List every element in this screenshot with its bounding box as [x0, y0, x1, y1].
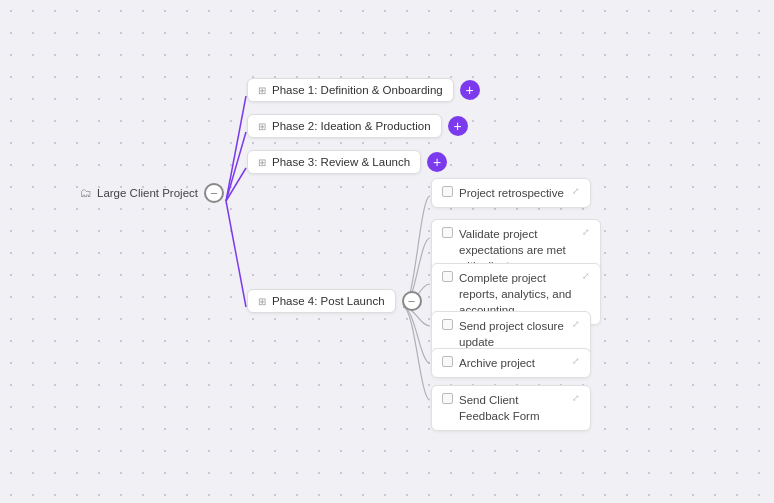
task-checkbox-t4[interactable] — [442, 319, 453, 330]
svg-line-2 — [226, 168, 246, 201]
phase3-box[interactable]: ⊞ Phase 3: Review & Launch — [247, 150, 421, 174]
task-label-t6: Send Client Feedback Form — [459, 392, 566, 424]
grid-icon: ⊞ — [258, 296, 266, 307]
task-label-t4: Send project closure update — [459, 318, 566, 350]
task-checkbox-t3[interactable] — [442, 271, 453, 282]
phase2-add-btn[interactable]: + — [448, 116, 468, 136]
task-box-t1[interactable]: Project retrospective ⤢ — [431, 178, 591, 208]
expand-icon-t2[interactable]: ⤢ — [582, 227, 590, 237]
task-node-t6: Send Client Feedback Form ⤢ — [431, 385, 591, 431]
expand-icon-t3[interactable]: ⤢ — [582, 271, 590, 281]
phase4-collapse-btn[interactable]: − — [402, 291, 422, 311]
expand-icon-t5[interactable]: ⤢ — [572, 356, 580, 366]
task-label-t5: Archive project — [459, 355, 566, 371]
expand-icon-t4[interactable]: ⤢ — [572, 319, 580, 329]
task-label-t1: Project retrospective — [459, 185, 566, 201]
task-checkbox-t2[interactable] — [442, 227, 453, 238]
task-box-t6[interactable]: Send Client Feedback Form ⤢ — [431, 385, 591, 431]
grid-icon: ⊞ — [258, 157, 266, 168]
phase1-box[interactable]: ⊞ Phase 1: Definition & Onboarding — [247, 78, 454, 102]
task-checkbox-t5[interactable] — [442, 356, 453, 367]
phase2-box[interactable]: ⊞ Phase 2: Ideation & Production — [247, 114, 442, 138]
phase4-label: Phase 4: Post Launch — [272, 295, 385, 307]
expand-icon-t1[interactable]: ⤢ — [572, 186, 580, 196]
root-collapse-btn[interactable]: − — [204, 183, 224, 203]
phase3-add-btn[interactable]: + — [427, 152, 447, 172]
phase4-node: ⊞ Phase 4: Post Launch − — [247, 289, 422, 313]
grid-icon: ⊞ — [258, 121, 266, 132]
phase2-label: Phase 2: Ideation & Production — [272, 120, 431, 132]
svg-line-3 — [226, 201, 246, 307]
root-node: 🗂 Large Client Project − — [80, 183, 224, 203]
svg-line-0 — [226, 96, 246, 201]
phase1-node: ⊞ Phase 1: Definition & Onboarding + — [247, 78, 480, 102]
root-node-label: 🗂 Large Client Project — [80, 186, 198, 200]
task-box-t5[interactable]: Archive project ⤢ — [431, 348, 591, 378]
phase3-node: ⊞ Phase 3: Review & Launch + — [247, 150, 447, 174]
phase1-label: Phase 1: Definition & Onboarding — [272, 84, 443, 96]
grid-icon: ⊞ — [258, 85, 266, 96]
expand-icon-t6[interactable]: ⤢ — [572, 393, 580, 403]
phase4-box[interactable]: ⊞ Phase 4: Post Launch — [247, 289, 396, 313]
task-checkbox-t6[interactable] — [442, 393, 453, 404]
svg-line-1 — [226, 132, 246, 201]
phase2-node: ⊞ Phase 2: Ideation & Production + — [247, 114, 468, 138]
task-checkbox-t1[interactable] — [442, 186, 453, 197]
phase1-add-btn[interactable]: + — [460, 80, 480, 100]
root-node-text: Large Client Project — [97, 187, 198, 199]
task-node-t1: Project retrospective ⤢ — [431, 178, 591, 208]
task-node-t5: Archive project ⤢ — [431, 348, 591, 378]
folder-icon: 🗂 — [80, 186, 92, 200]
phase3-label: Phase 3: Review & Launch — [272, 156, 410, 168]
